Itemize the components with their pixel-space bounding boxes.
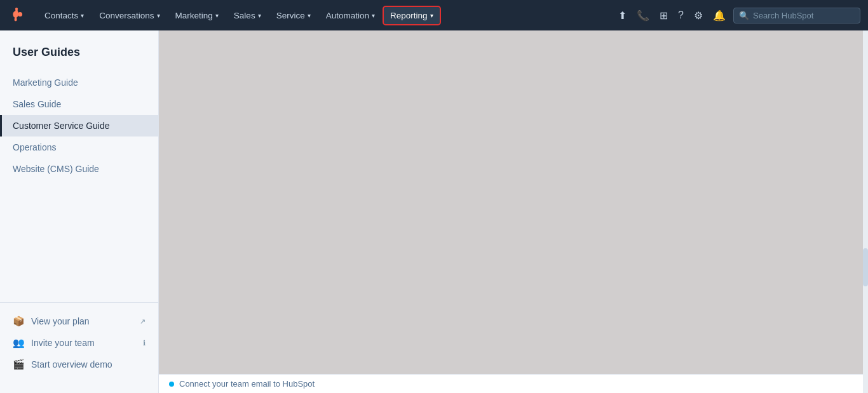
sidebar-item-customer-service-guide[interactable]: Customer Service Guide xyxy=(0,115,158,137)
nav-reporting[interactable]: Reporting ▾ xyxy=(384,7,440,24)
sidebar-title: User Guides xyxy=(0,46,158,72)
chevron-down-icon: ▾ xyxy=(258,12,261,19)
help-icon[interactable]: ? xyxy=(675,7,686,23)
chevron-down-icon: ▾ xyxy=(372,12,375,19)
svg-point-0 xyxy=(18,12,22,17)
sidebar-nav: Marketing Guide Sales Guide Customer Ser… xyxy=(0,72,158,302)
nav-automation[interactable]: Automation ▾ xyxy=(320,7,381,24)
chevron-down-icon: ▾ xyxy=(308,12,311,19)
search-box[interactable]: 🔍 xyxy=(733,8,860,23)
scrollbar-thumb[interactable] xyxy=(863,248,868,286)
sidebar-item-operations[interactable]: Operations xyxy=(0,137,158,158)
content-main xyxy=(159,30,868,374)
info-icon: ℹ xyxy=(143,339,146,347)
marketplace-icon[interactable]: ⊞ xyxy=(657,7,670,24)
sidebar-item-sales-guide[interactable]: Sales Guide xyxy=(0,93,158,115)
status-dot xyxy=(169,382,174,387)
chevron-down-icon: ▾ xyxy=(215,12,219,19)
nav-conversations[interactable]: Conversations ▾ xyxy=(93,7,166,24)
nav-items: Contacts ▾ Conversations ▾ Marketing ▾ S… xyxy=(38,7,616,24)
chevron-down-icon: ▾ xyxy=(157,12,160,19)
nav-marketing[interactable]: Marketing ▾ xyxy=(169,7,225,24)
sidebar-item-marketing-guide[interactable]: Marketing Guide xyxy=(0,72,158,93)
start-demo-label: Start overview demo xyxy=(31,359,112,370)
invite-team-label: Invite your team xyxy=(31,338,95,348)
plan-icon: 📦 xyxy=(13,316,25,327)
start-demo-item[interactable]: 🎬 Start overview demo xyxy=(13,356,146,373)
notifications-icon[interactable]: 🔔 xyxy=(710,7,728,24)
upgrade-icon[interactable]: ⬆ xyxy=(616,7,629,24)
nav-contacts[interactable]: Contacts ▾ xyxy=(38,7,90,24)
sidebar: User Guides Marketing Guide Sales Guide … xyxy=(0,30,159,393)
nav-sales[interactable]: Sales ▾ xyxy=(227,7,268,24)
search-input[interactable] xyxy=(753,11,855,20)
top-navigation: Contacts ▾ Conversations ▾ Marketing ▾ S… xyxy=(0,0,868,30)
search-icon: 🔍 xyxy=(739,11,749,20)
content-bottom-bar: Connect your team email to HubSpot xyxy=(159,374,868,393)
phone-icon[interactable]: 📞 xyxy=(634,7,652,24)
chevron-down-icon: ▾ xyxy=(430,12,433,19)
view-plan-label: View your plan xyxy=(31,316,90,326)
content-area: Connect your team email to HubSpot xyxy=(159,30,868,393)
external-link-icon: ↗ xyxy=(140,317,146,326)
settings-icon[interactable]: ⚙ xyxy=(691,7,705,24)
view-plan-item[interactable]: 📦 View your plan ↗ xyxy=(13,313,146,330)
chevron-down-icon: ▾ xyxy=(81,12,84,19)
team-icon: 👥 xyxy=(13,337,25,349)
hubspot-logo[interactable] xyxy=(8,6,25,24)
sidebar-bottom: 📦 View your plan ↗ 👥 Invite your team ℹ … xyxy=(0,302,158,378)
main-layout: User Guides Marketing Guide Sales Guide … xyxy=(0,30,868,393)
nav-service[interactable]: Service ▾ xyxy=(270,7,317,24)
bottom-bar-text: Connect your team email to HubSpot xyxy=(179,379,315,389)
nav-right-icons: ⬆ 📞 ⊞ ? ⚙ 🔔 🔍 xyxy=(616,7,860,24)
scrollbar-track[interactable] xyxy=(863,30,868,393)
invite-team-item[interactable]: 👥 Invite your team ℹ xyxy=(13,335,146,351)
demo-icon: 🎬 xyxy=(13,359,25,370)
sidebar-item-website-cms-guide[interactable]: Website (CMS) Guide xyxy=(0,158,158,180)
